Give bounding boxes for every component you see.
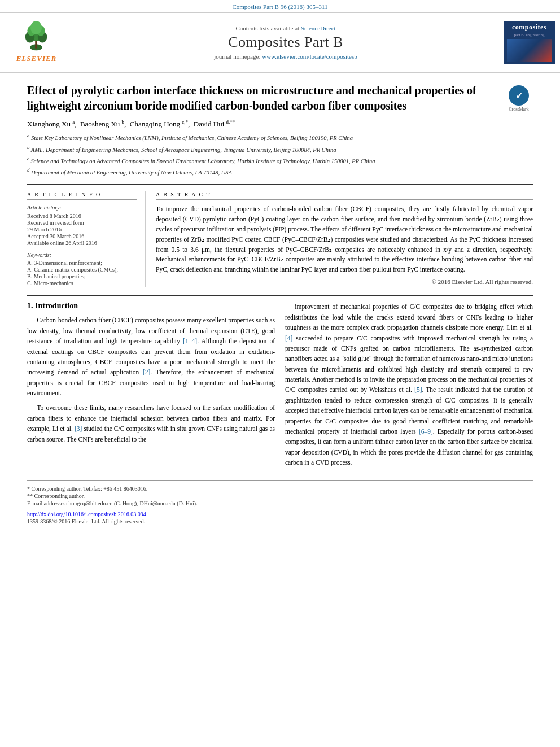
intro-para-1: Carbon-bonded carbon fiber (CBCF) compos…	[27, 315, 275, 398]
journal-homepage: journal homepage: www.elsevier.com/locat…	[214, 53, 357, 60]
crossmark-badge: ✓ CrossMark	[505, 83, 533, 112]
intro-para-3: improvement of mechanical properties of …	[285, 302, 533, 468]
crossmark-icon: ✓	[509, 85, 529, 106]
author-xianghong: Xianghong Xu	[27, 120, 71, 128]
author-david: David Hui	[194, 120, 225, 128]
intro-body-right: improvement of mechanical properties of …	[285, 302, 533, 468]
received-date: Received 8 March 2016	[27, 213, 137, 219]
composites-logo: composites part B: engineering	[498, 18, 560, 67]
elsevier-brand-text: ELSEVIER	[16, 54, 57, 63]
issn-line: 1359-8368/© 2016 Elsevier Ltd. All right…	[27, 518, 533, 525]
ref-1-4[interactable]: [1–4]	[183, 338, 197, 344]
article-info-panel: A R T I C L E I N F O Article history: R…	[27, 191, 146, 287]
doi-link[interactable]: http://dx.doi.org/10.1016/j.compositesb.…	[27, 511, 146, 517]
keyword-4: C. Micro-mechanics	[27, 280, 137, 286]
contents-line: Contents lists available at ScienceDirec…	[235, 25, 335, 32]
footnote-corresponding-1: * Corresponding author. Tel./fax: +86 45…	[27, 486, 533, 492]
intro-heading: 1. Introduction	[27, 302, 275, 311]
svg-point-7	[30, 21, 42, 34]
article-history: Article history: Received 8 March 2016 R…	[27, 204, 137, 246]
abstract-heading: A B S T R A C T	[156, 191, 533, 200]
abstract-text: To improve the mechanical properties of …	[156, 204, 533, 275]
elsevier-logo: ELSEVIER	[0, 18, 73, 67]
affil-a: a State Key Laboratory of Nonlinear Mech…	[27, 132, 533, 142]
copyright-line: © 2016 Elsevier Ltd. All rights reserved…	[156, 278, 533, 285]
journal-header: ELSEVIER Contents lists available at Sci…	[0, 13, 560, 73]
history-label: Article history:	[27, 204, 137, 211]
composites-logo-image	[507, 39, 552, 62]
authors-line: Xianghong Xu a, Baosheng Xu b, Changqing…	[27, 119, 533, 129]
journal-name: Composites Part B	[228, 34, 343, 51]
author-changqing: Changqing Hong	[130, 120, 180, 128]
article-title-section: Effect of pyrolytic carbon interface thi…	[27, 83, 533, 113]
accepted-date: Accepted 30 March 2016	[27, 233, 137, 239]
citation-bar: Composites Part B 96 (2016) 305–311	[0, 0, 560, 13]
ref-3[interactable]: [3]	[75, 425, 82, 432]
keyword-3: B. Mechanical properties;	[27, 273, 137, 279]
ref-5[interactable]: [5]	[414, 386, 422, 393]
composites-logo-title: composites	[507, 23, 552, 32]
keyword-1: A. 3-Dimensional reinforcement;	[27, 260, 137, 266]
author-baosheng: Baosheng Xu	[80, 120, 120, 128]
available-online-date: Available online 26 April 2016	[27, 240, 137, 246]
footnote-email: E-mail addresses: hongcq@hit.edu.cn (C. …	[27, 500, 533, 506]
doi-line: http://dx.doi.org/10.1016/j.compositesb.…	[27, 511, 533, 517]
homepage-link[interactable]: www.elsevier.com/locate/compositesb	[262, 53, 357, 60]
sciencedirect-link[interactable]: ScienceDirect	[301, 25, 336, 32]
article-info-heading: A R T I C L E I N F O	[27, 191, 137, 200]
affiliations: a State Key Laboratory of Nonlinear Mech…	[27, 132, 533, 177]
introduction-section: 1. Introduction Carbon-bonded carbon fib…	[27, 302, 533, 472]
revised-date: 29 March 2016	[27, 226, 137, 233]
intro-body-left: Carbon-bonded carbon fiber (CBCF) compos…	[27, 315, 275, 444]
footnote-corresponding-2: ** Corresponding author.	[27, 493, 533, 499]
article-title: Effect of pyrolytic carbon interface thi…	[27, 83, 505, 113]
citation-text: Composites Part B 96 (2016) 305–311	[232, 3, 327, 10]
affil-b: b AML, Department of Engineering Mechani…	[27, 144, 533, 154]
keyword-2: A. Ceramic-matrix composites (CMCs);	[27, 267, 137, 273]
ref-4[interactable]: [4]	[285, 335, 292, 342]
keywords-label: Keywords:	[27, 252, 137, 258]
footnote-area: * Corresponding author. Tel./fax: +86 45…	[27, 480, 533, 525]
elsevier-tree-icon	[21, 21, 52, 53]
info-abstract-section: A R T I C L E I N F O Article history: R…	[27, 184, 533, 287]
abstract-panel: A B S T R A C T To improve the mechanica…	[156, 191, 533, 287]
composites-logo-subtitle: part B: engineering	[507, 33, 552, 37]
intro-left-col: 1. Introduction Carbon-bonded carbon fib…	[27, 302, 275, 472]
affil-c: c Science and Technology on Advanced Com…	[27, 155, 533, 165]
keywords-section: Keywords: A. 3-Dimensional reinforcement…	[27, 252, 137, 286]
crossmark-label: CrossMark	[509, 107, 529, 112]
ref-6-9[interactable]: [6–9]	[419, 428, 433, 435]
affil-d: d Department of Mechanical Engineering, …	[27, 167, 533, 177]
ref-2[interactable]: [2]	[143, 369, 150, 375]
article-body: Effect of pyrolytic carbon interface thi…	[0, 73, 560, 535]
intro-right-col: improvement of mechanical properties of …	[285, 302, 533, 472]
intro-para-2: To overcome these limits, many researche…	[27, 403, 275, 444]
section-divider	[27, 295, 533, 296]
received-revised-label: Received in revised form	[27, 220, 137, 226]
journal-title-area: Contents lists available at ScienceDirec…	[73, 18, 498, 67]
